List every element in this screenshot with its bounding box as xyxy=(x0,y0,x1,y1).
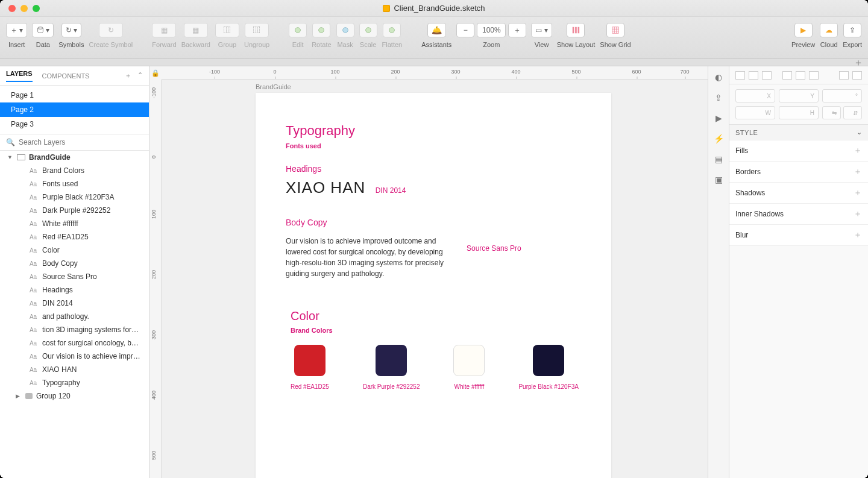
ruler-horizontal[interactable]: -1000100200300400500600700 xyxy=(162,66,708,80)
layer-row[interactable]: AaDark Purple #292252 xyxy=(0,204,149,217)
color-panel-icon[interactable]: ◐ xyxy=(712,71,725,83)
layer-row[interactable]: AaDIN 2014 xyxy=(0,297,149,310)
layer-row[interactable]: AaColor xyxy=(0,244,149,257)
inspector-section[interactable]: Inner Shadows＋ xyxy=(729,204,868,225)
distribute-h-icon[interactable] xyxy=(839,71,849,80)
create-symbol-button[interactable]: ↻ xyxy=(99,23,123,37)
text-body-paragraph[interactable]: Our vision is to achieve improved outcom… xyxy=(286,236,448,279)
layer-row[interactable]: AaBrand Colors xyxy=(0,164,149,177)
layer-row[interactable]: AaWhite #ffffff xyxy=(0,217,149,230)
distribute-v-icon[interactable] xyxy=(852,71,862,80)
layer-search[interactable]: 🔍 xyxy=(0,134,149,151)
show-grid-button[interactable] xyxy=(606,23,624,37)
input-w[interactable]: W xyxy=(735,106,775,119)
layer-row[interactable]: AaTypography xyxy=(0,376,149,389)
mask-button[interactable] xyxy=(336,23,354,37)
color-swatch[interactable]: Dark Purple #292252 xyxy=(363,345,420,390)
inspector-section[interactable]: Fills＋ xyxy=(729,140,868,162)
ruler-origin-lock-icon[interactable]: 🔒 xyxy=(149,66,162,80)
flip-v-button[interactable]: ⇵ xyxy=(843,106,862,119)
add-icon[interactable]: ＋ xyxy=(854,187,862,198)
color-swatch[interactable]: Red #EA1D25 xyxy=(291,345,329,390)
inspector-section[interactable]: Borders＋ xyxy=(729,162,868,183)
ungroup-button[interactable]: ⿲ xyxy=(245,23,269,37)
layer-row[interactable]: AaSource Sans Pro xyxy=(0,270,149,283)
ruler-vertical[interactable]: -1000100200300400500 xyxy=(149,80,162,478)
add-page-icon[interactable]: ＋ xyxy=(125,71,131,80)
canvas[interactable]: BrandGuide Typography Fonts used Heading… xyxy=(162,80,708,478)
chevron-down-icon[interactable]: ⌄ xyxy=(857,128,863,136)
text-body-copy[interactable]: Body Copy xyxy=(286,218,448,227)
align-right-icon[interactable] xyxy=(762,71,772,80)
page-item[interactable]: Page 1 xyxy=(0,88,149,102)
cloud-button[interactable]: ☁ xyxy=(820,23,838,37)
inspector-section[interactable]: Shadows＋ xyxy=(729,183,868,204)
color-swatch[interactable]: Purple Black #120F3A xyxy=(518,345,579,390)
tab-components[interactable]: COMPONENTS xyxy=(42,72,90,80)
edit-button[interactable] xyxy=(289,23,307,37)
align-left-icon[interactable] xyxy=(735,71,745,80)
group-button[interactable]: ⿲ xyxy=(215,23,239,37)
insert-button[interactable]: ＋ ▾ xyxy=(6,23,27,37)
add-icon[interactable]: ＋ xyxy=(854,230,862,241)
collapse-pages-icon[interactable]: ⌃ xyxy=(137,71,143,80)
layer-row[interactable]: AaXIAO HAN xyxy=(0,363,149,376)
text-fonts-used[interactable]: Fonts used xyxy=(286,142,581,149)
preview-button[interactable]: ▶ xyxy=(794,23,813,37)
disclosure-triangle-icon[interactable]: ▶ xyxy=(16,393,22,399)
align-bottom-icon[interactable] xyxy=(809,71,819,80)
layer-row[interactable]: AaOur vision is to achieve impr… xyxy=(0,350,149,363)
align-center-v-icon[interactable] xyxy=(796,71,805,80)
color-swatch[interactable]: White #ffffff xyxy=(453,345,485,390)
artboard-title[interactable]: BrandGuide xyxy=(256,83,291,90)
play-icon[interactable]: ▶ xyxy=(712,112,725,124)
resize-icon[interactable]: ▣ xyxy=(712,174,725,186)
input-h[interactable]: H xyxy=(779,106,819,119)
layer-artboard-row[interactable]: ▼ BrandGuide xyxy=(0,151,149,164)
data-button[interactable]: ▾ xyxy=(32,23,54,37)
disclosure-triangle-icon[interactable]: ▼ xyxy=(7,154,13,160)
layer-row[interactable]: Aation 3D imaging systems for… xyxy=(0,323,149,336)
bolt-icon[interactable]: ⚡ xyxy=(712,133,725,145)
export-button[interactable]: ⇪ xyxy=(843,23,861,37)
page-item[interactable]: Page 2 xyxy=(0,102,149,117)
input-rotation[interactable]: ° xyxy=(822,89,862,102)
text-headings[interactable]: Headings xyxy=(286,164,581,174)
search-input[interactable] xyxy=(19,138,143,146)
rotate-button[interactable] xyxy=(312,23,330,37)
layer-row[interactable]: AaFonts used xyxy=(0,177,149,190)
input-x[interactable]: X xyxy=(735,89,775,102)
zoom-value[interactable]: 100% xyxy=(477,23,506,37)
layer-row[interactable]: AaBody Copy xyxy=(0,257,149,270)
zoom-in-button[interactable]: ＋ xyxy=(508,23,526,37)
layer-row[interactable]: Aacost for surgical oncology, b… xyxy=(0,336,149,350)
text-color[interactable]: Color xyxy=(291,309,581,323)
text-source-sans[interactable]: Source Sans Pro xyxy=(467,244,521,253)
backward-button[interactable]: ▦ xyxy=(184,23,208,37)
zoom-out-button[interactable]: − xyxy=(456,23,474,37)
align-center-h-icon[interactable] xyxy=(749,71,758,80)
add-icon[interactable]: ＋ xyxy=(854,166,862,177)
forward-button[interactable]: ▦ xyxy=(152,23,176,37)
show-layout-button[interactable] xyxy=(567,23,585,37)
artboard[interactable]: Typography Fonts used Headings XIAO HAN … xyxy=(256,93,611,478)
tab-layers[interactable]: LAYERS xyxy=(6,70,33,82)
layer-row[interactable]: AaRed #EA1D25 xyxy=(0,230,149,244)
assistants-button[interactable]: 🛎️ xyxy=(427,23,446,37)
share-icon[interactable]: ⇪ xyxy=(712,92,725,104)
layer-row[interactable]: AaPurple Black #120F3A xyxy=(0,190,149,204)
text-xiao-han[interactable]: XIAO HAN xyxy=(286,178,365,197)
text-typography[interactable]: Typography xyxy=(286,123,581,139)
layout-icon[interactable]: ▤ xyxy=(712,153,725,165)
text-brand-colors[interactable]: Brand Colors xyxy=(291,327,581,334)
add-icon[interactable]: ＋ xyxy=(854,145,862,156)
page-item[interactable]: Page 3 xyxy=(0,117,149,131)
symbols-button[interactable]: ↻ ▾ xyxy=(61,23,81,37)
flip-h-button[interactable]: ⇋ xyxy=(822,106,841,119)
text-din-2014[interactable]: DIN 2014 xyxy=(376,186,406,195)
input-y[interactable]: Y xyxy=(779,89,819,102)
scale-button[interactable] xyxy=(359,23,377,37)
flatten-button[interactable] xyxy=(383,23,401,37)
layer-group-row[interactable]: ▶ Group 120 xyxy=(0,389,149,403)
layer-row[interactable]: Aaand pathology. xyxy=(0,310,149,323)
